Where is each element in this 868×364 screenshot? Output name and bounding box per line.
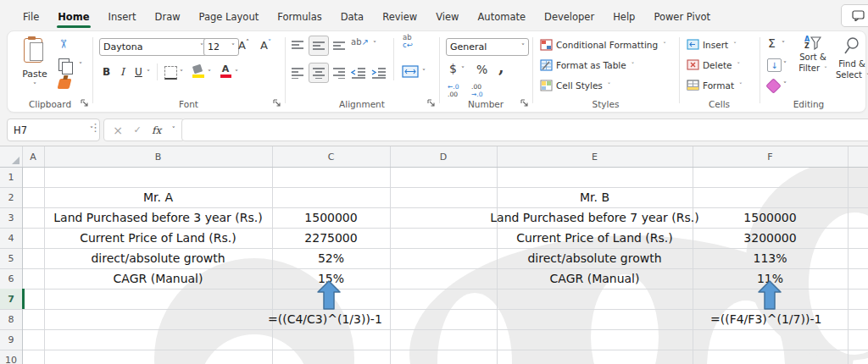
autosum-button[interactable]: Σ [768, 36, 776, 50]
cell-B2[interactable]: Mr. A [44, 187, 272, 207]
tab-home[interactable]: Home [48, 6, 98, 29]
borders-icon[interactable] [164, 66, 177, 80]
tab-formulas[interactable]: Formulas [268, 6, 331, 29]
orientation-chevron-icon[interactable]: ˅ [373, 41, 376, 48]
find-select-button[interactable]: Find & Select ˅ [836, 36, 868, 80]
cell-E2[interactable]: Mr. B [497, 187, 693, 207]
decrease-font-size-button[interactable]: A˅ [260, 39, 271, 52]
fill-color-button[interactable] [192, 65, 204, 79]
name-box[interactable]: H7 ˅ [7, 119, 100, 141]
comments-button[interactable] [841, 4, 868, 27]
percent-style-button[interactable]: % [476, 63, 487, 76]
tab-automate[interactable]: Automate [468, 6, 535, 29]
decrease-indent-icon[interactable] [351, 67, 366, 79]
col-header-A[interactable]: A [22, 146, 44, 167]
font-dialog-launcher-icon[interactable] [273, 99, 281, 108]
cell-B5[interactable]: direct/absolute growth [44, 248, 272, 268]
cell-styles-button[interactable]: Cell Styles ˅ [540, 80, 610, 91]
underline-button[interactable]: U [135, 66, 142, 78]
tab-developer[interactable]: Developer [535, 6, 604, 29]
increase-decimal-button[interactable]: .00→.0 [471, 84, 482, 98]
select-all-corner[interactable] [0, 146, 22, 167]
up-arrow-shape-left[interactable] [317, 280, 341, 310]
clear-eraser-icon[interactable] [765, 78, 781, 93]
tab-draw[interactable]: Draw [146, 6, 190, 29]
confirm-entry-icon[interactable]: ✓ [133, 124, 141, 135]
decrease-decimal-button[interactable]: ←.0.00 [448, 84, 459, 98]
cell-C5[interactable]: 52% [272, 248, 390, 268]
cell-E5[interactable]: direct/absolute growth [497, 248, 693, 268]
tab-data[interactable]: Data [331, 6, 373, 29]
align-middle-button[interactable] [309, 36, 329, 56]
row-header-1[interactable]: 1 [0, 167, 22, 187]
fx-chevron-icon[interactable]: ˅ [172, 127, 175, 134]
align-left-icon[interactable] [291, 67, 304, 79]
tab-review[interactable]: Review [373, 6, 426, 29]
align-bottom-icon[interactable] [332, 40, 346, 52]
cell-B3[interactable]: Land Purchased before 3 year (Rs.) [44, 207, 272, 228]
alignment-dialog-launcher-icon[interactable] [427, 99, 436, 108]
format-as-table-button[interactable]: Format as Table ˅ [540, 59, 634, 71]
row-header-8[interactable]: 8 [0, 309, 22, 329]
underline-chevron-icon[interactable]: ˅ [147, 70, 150, 77]
cell-F8-formula-text[interactable]: =((F4/F3)^(1/7))-1 [710, 309, 821, 329]
cell-F5[interactable]: 113% [693, 248, 848, 268]
col-header-F[interactable]: F [693, 146, 848, 167]
formula-bar-input[interactable] [181, 119, 868, 141]
cell-B6[interactable]: CAGR (Manual) [44, 268, 272, 289]
increase-font-size-button[interactable]: A˄ [238, 39, 249, 52]
row-header-7-active[interactable]: 7 [0, 289, 25, 309]
conditional-formatting-button[interactable]: Conditional Formatting ˅ [540, 39, 666, 51]
copy-icon[interactable] [58, 58, 70, 71]
tab-power-pivot[interactable]: Power Pivot [644, 6, 720, 29]
comma-style-button[interactable]: , [498, 58, 504, 76]
formula-bar-drag-handle-icon[interactable]: ⋮ [90, 121, 101, 134]
cell-C4[interactable]: 2275000 [272, 228, 390, 248]
merge-center-chevron-icon[interactable]: ˅ [422, 69, 426, 76]
fill-color-chevron-icon[interactable]: ˅ [208, 70, 211, 77]
format-cells-button[interactable]: Format ˅ [687, 80, 743, 91]
autosum-chevron-icon[interactable]: ˅ [782, 41, 785, 48]
increase-indent-icon[interactable] [371, 67, 387, 79]
clipboard-dialog-launcher-icon[interactable] [81, 99, 89, 108]
delete-cells-button[interactable]: Delete ˅ [687, 59, 740, 70]
clear-chevron-icon[interactable]: ˅ [783, 82, 787, 89]
cell-E6[interactable]: CAGR (Manual) [497, 268, 693, 289]
cell-C8-formula-text[interactable]: =((C4/C3)^(1/3))-1 [268, 309, 382, 329]
font-size-select[interactable]: 12 ˅ [203, 38, 239, 56]
cell-E4[interactable]: Current Price of Land (Rs.) [497, 228, 693, 248]
align-right-icon[interactable] [332, 67, 346, 79]
insert-function-icon[interactable]: fx [152, 124, 161, 136]
font-color-button[interactable]: A [220, 64, 231, 79]
font-name-select[interactable]: Daytona ˅ [99, 38, 208, 56]
accounting-chevron-icon[interactable]: ˅ [461, 67, 465, 74]
cut-icon[interactable]: ✂ [57, 39, 70, 49]
cell-F3[interactable]: 1500000 [693, 207, 848, 228]
wrap-text-button[interactable]: abc↩ [403, 34, 413, 50]
align-top-icon[interactable] [291, 40, 304, 52]
fill-button[interactable]: ↓ [767, 58, 782, 72]
up-arrow-shape-right[interactable] [758, 280, 782, 310]
number-format-select[interactable]: General ˅ [446, 38, 529, 56]
cell-E3[interactable]: Land Purchased before 7 year (Rs.) [497, 207, 693, 228]
copy-chevron-icon[interactable]: ˅ [79, 63, 82, 69]
align-center-button[interactable] [309, 63, 329, 83]
tab-insert[interactable]: Insert [99, 6, 146, 29]
tab-view[interactable]: View [426, 6, 468, 29]
merge-center-icon[interactable] [402, 65, 419, 78]
orientation-icon[interactable]: ab↗ [351, 37, 369, 47]
number-dialog-launcher-icon[interactable] [520, 99, 529, 108]
col-header-C[interactable]: C [272, 146, 390, 167]
bold-button[interactable]: B [103, 66, 110, 78]
font-color-chevron-icon[interactable]: ˅ [235, 70, 238, 77]
cell-C3[interactable]: 1500000 [272, 207, 390, 228]
row-header-9[interactable]: 9 [0, 329, 22, 350]
row-header-5[interactable]: 5 [0, 248, 22, 268]
cancel-entry-icon[interactable]: × [113, 124, 123, 137]
col-header-D[interactable]: D [390, 146, 497, 167]
row-header-6[interactable]: 6 [0, 268, 22, 289]
sort-filter-button[interactable]: AZ Sort & Filter ˅ [797, 36, 829, 74]
borders-chevron-icon[interactable]: ˅ [180, 70, 183, 77]
paste-button[interactable]: Paste ˅ [16, 36, 53, 96]
row-header-4[interactable]: 4 [0, 228, 22, 248]
